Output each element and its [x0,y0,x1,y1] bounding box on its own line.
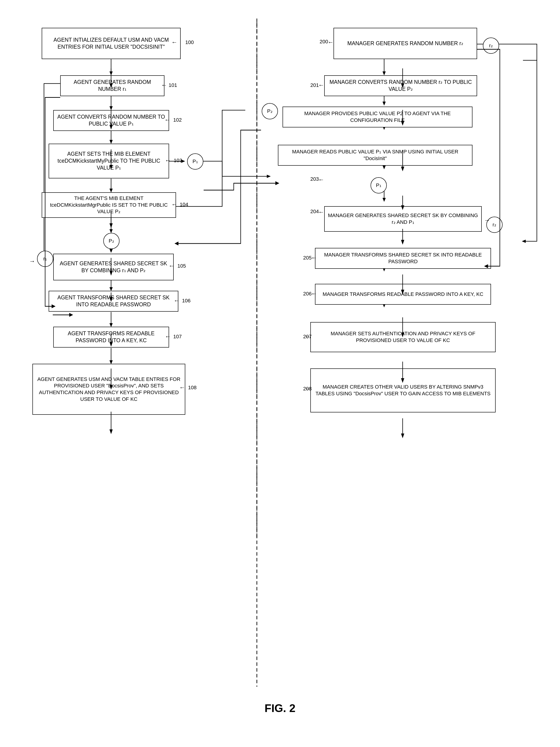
arrow-to-104: ← [171,201,178,208]
svg-marker-2 [110,71,113,75]
step-102: 102 [173,117,182,123]
box-102: AGENT CONVERTS RANDOM NUMBER TO PUBLIC V… [53,110,169,131]
step-201: 201 [310,82,319,88]
box-107: AGENT TRANSFORMS READABLE PASSWORD INTO … [53,327,169,347]
box-200: MANAGER GENERATES RANDOM NUMBER r₂ [334,28,477,59]
arrow-to-108: ← [179,384,185,391]
svg-marker-16 [110,249,113,253]
p1-circle-manager: P₁ [371,177,387,194]
arrow-to-106: ← [174,297,180,304]
r2-circle: r₂ [483,37,499,54]
arrow-to-204: ← [318,208,324,216]
svg-marker-74 [401,166,404,171]
box-204: MANAGER GENERATES SHARED SECRET SK BY CO… [324,206,482,232]
step-105: 105 [178,263,186,269]
box-201: MANAGER CONVERTS RANDOM NUMBER r₂ TO PUB… [324,75,477,96]
step-205: 205 [303,255,312,261]
step-203: 203 [310,176,319,182]
step-106: 106 [182,298,191,304]
step-204: 204 [310,208,319,214]
box-206: MANAGER TRANSFORMS READABLE PASSWORD INT… [315,284,491,305]
box-mgr-read: MANAGER READS PUBLIC VALUE P₁ VIA SNMP U… [278,145,473,166]
p2-circle-manager: P₂ [262,103,278,119]
arrow-r2-204: → [484,217,490,224]
step-104: 104 [180,202,188,208]
arrow-to-102: ← [164,116,170,124]
box-100: AGENT INTIALIZES DEFAULT USM AND VACM EN… [42,28,181,59]
arrow-to-201: ← [318,82,324,89]
arrow-to-100: ← [171,39,178,46]
svg-marker-4 [110,106,113,110]
box-105: AGENT GENERATES SHARED SECRET SK BY COMB… [53,254,174,280]
arrow-to-208: ← [305,385,311,392]
svg-marker-68 [110,429,113,434]
svg-marker-78 [401,240,404,244]
step-107: 107 [173,334,182,340]
r1-arrow: → [29,258,35,265]
p1-circle-agent: P₁ [187,153,203,170]
svg-marker-88 [275,181,279,185]
svg-marker-36 [522,239,526,243]
step-101: 101 [168,82,177,88]
figure-label: FIG. 2 [265,702,295,715]
arrow-to-200: ← [328,39,334,46]
arrow-to-101: ← [161,82,167,89]
diagram-container: AGENT INTIALIZES DEFAULT USM AND VACM EN… [14,14,546,733]
arrow-to-207: ← [305,333,311,340]
box-208: MANAGER CREATES OTHER VALID USERS BY ALT… [310,368,496,412]
box-106: AGENT TRANSFORMS SHARED SECRET SK INTO R… [49,291,178,312]
svg-marker-33 [382,198,386,202]
arrow-to-103: ← [165,157,171,164]
svg-marker-55 [110,223,113,228]
svg-marker-89 [175,242,178,246]
svg-marker-62 [69,313,73,317]
step-108: 108 [188,385,197,391]
step-103: 103 [174,158,182,163]
svg-marker-86 [401,434,404,438]
svg-marker-25 [382,71,386,75]
arrow-to-206: ← [311,290,317,297]
arrow-to-205: ← [311,254,317,261]
svg-marker-27 [382,102,386,105]
box-207: MANAGER SETS AUTHENTICATION AND PRIVACY … [310,322,496,352]
svg-marker-12 [110,229,113,233]
step-100: 100 [185,40,194,45]
svg-marker-6 [110,140,113,144]
box-205: MANAGER TRANSFORMS SHARED SECRET SK INTO… [315,248,491,269]
box-101: AGENT GENERATES RANDOM NUMBER r₁ [60,75,164,96]
svg-marker-45 [267,175,271,178]
r1-circle: r₁ [37,251,53,267]
box-103: AGENT SETS THE MIB ELEMENT tceDCMKicksta… [49,144,169,178]
arrow-to-107: ← [165,333,171,340]
box-202: MANAGER PROVIDES PUBLIC VALUE P2 TO AGEN… [283,107,473,127]
p2-circle-agent: P₂ [103,233,119,249]
step-200: 200 [320,39,328,45]
arrow-to-105: ← [168,262,175,269]
arrow-to-203: ← [318,176,324,183]
svg-marker-10 [110,188,113,192]
box-108: AGENT GENERATES USM AND VACM TABLE ENTRI… [32,364,185,415]
step-206: 206 [303,291,312,297]
svg-marker-18 [110,287,113,291]
box-104: THE AGENT'S MIB ELEMENT tceDCMKickstartM… [42,192,176,218]
svg-marker-31 [382,165,386,170]
